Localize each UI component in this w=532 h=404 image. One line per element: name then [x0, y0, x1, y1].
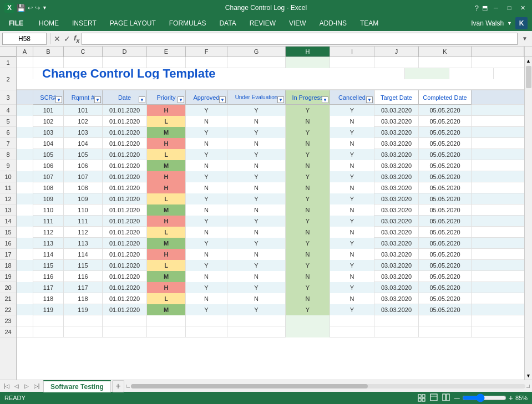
cell-cancelled-17[interactable]: N [330, 249, 374, 260]
cell-extra-16[interactable] [472, 238, 532, 249]
col-header-g[interactable]: G [227, 47, 286, 57]
cell-rqmnt-7[interactable]: 104 [64, 138, 103, 149]
cell-date-22[interactable]: 01.01.2020 [103, 304, 147, 315]
cell-approved-14[interactable]: Y [186, 216, 227, 227]
zoom-slider[interactable] [462, 393, 506, 402]
cell-under-eval-16[interactable]: Y [227, 238, 286, 249]
cell-extra-14[interactable] [472, 216, 532, 227]
cell-priority-19[interactable]: M [147, 271, 186, 282]
cell-in-progress-10[interactable]: Y [286, 171, 330, 182]
cell-priority-20[interactable]: H [147, 282, 186, 293]
cell-a16[interactable] [17, 238, 33, 249]
tab-data[interactable]: DATA [212, 17, 242, 29]
cell-reference-box[interactable] [2, 33, 47, 45]
confirm-formula-icon[interactable]: ✓ [64, 34, 70, 43]
close-button[interactable]: ✕ [518, 3, 528, 13]
cell-under-eval-22[interactable]: Y [227, 304, 286, 315]
cell-g23[interactable] [227, 315, 286, 326]
h-scroll-right[interactable] [526, 385, 530, 388]
cell-approved-20[interactable]: Y [186, 282, 227, 293]
cell-target-6[interactable]: 03.03.2020 [374, 127, 419, 138]
cell-cancelled-19[interactable]: N [330, 271, 374, 282]
cell-target-18[interactable]: 03.03.2020 [374, 260, 419, 271]
cell-date-20[interactable]: 01.01.2020 [103, 282, 147, 293]
cell-scr-20[interactable]: 117 [33, 282, 64, 293]
tab-insert[interactable]: INSERT [65, 17, 103, 29]
date-dropdown[interactable]: ▼ [139, 96, 145, 103]
cell-approved-22[interactable]: Y [186, 304, 227, 315]
cell-under-eval-10[interactable]: Y [227, 171, 286, 182]
cell-d23[interactable] [103, 315, 147, 326]
cell-approved-5[interactable]: N [186, 116, 227, 127]
cell-priority-10[interactable]: H [147, 171, 186, 182]
cell-a19[interactable] [17, 271, 33, 282]
header-date[interactable]: Date ▼ [103, 90, 147, 105]
cell-h23[interactable] [286, 315, 330, 326]
h-scroll-thumb[interactable] [131, 384, 368, 388]
cell-date-14[interactable]: 01.01.2020 [103, 216, 147, 227]
cell-approved-4[interactable]: Y [186, 105, 227, 116]
col-header-d[interactable]: D [103, 47, 147, 57]
cell-cancelled-8[interactable]: Y [330, 149, 374, 160]
cell-a12[interactable] [17, 193, 33, 204]
cell-in-progress-7[interactable]: N [286, 138, 330, 149]
cell-completed-20[interactable]: 05.05.2020 [419, 282, 472, 293]
cell-rqmnt-19[interactable]: 116 [64, 271, 103, 282]
cell-completed-4[interactable]: 05.05.2020 [419, 105, 472, 116]
cell-a23[interactable] [17, 315, 33, 326]
cell-scr-22[interactable]: 119 [33, 304, 64, 315]
cell-cancelled-16[interactable]: Y [330, 238, 374, 249]
cell-cancelled-21[interactable]: N [330, 293, 374, 304]
cell-under-eval-7[interactable]: N [227, 138, 286, 149]
header-under-eval[interactable]: Under Evaluation ▼ [227, 90, 286, 105]
cell-completed-11[interactable]: 05.05.2020 [419, 182, 472, 193]
cell-priority-22[interactable]: M [147, 304, 186, 315]
cell-a10[interactable] [17, 171, 33, 182]
cell-c23[interactable] [64, 315, 103, 326]
cell-f1[interactable] [186, 57, 227, 68]
cell-in-progress-13[interactable]: N [286, 204, 330, 216]
in-progress-dropdown[interactable]: ▼ [322, 96, 328, 103]
h-scroll-track[interactable] [131, 384, 525, 388]
tab-formulas[interactable]: FORMULAS [163, 17, 213, 29]
h-scroll-left[interactable] [126, 385, 130, 388]
cell-extra-10[interactable] [472, 171, 532, 182]
cell-extra-19[interactable] [472, 271, 532, 282]
scroll-up-arrow[interactable]: ▲ [525, 57, 532, 65]
cell-completed-19[interactable]: 05.05.2020 [419, 271, 472, 282]
tab-page-layout[interactable]: PAGE LAYOUT [103, 17, 163, 29]
tab-review[interactable]: REVIEW [243, 17, 282, 29]
cell-completed-14[interactable]: 05.05.2020 [419, 216, 472, 227]
cell-under-eval-12[interactable]: Y [227, 193, 286, 204]
priority-dropdown[interactable]: ▼ [178, 96, 184, 103]
cell-under-eval-4[interactable]: Y [227, 105, 286, 116]
page-break-view-icon[interactable] [442, 393, 450, 402]
cell-a22[interactable] [17, 304, 33, 315]
cell-priority-21[interactable]: L [147, 293, 186, 304]
cell-extra1[interactable] [472, 57, 532, 68]
cell-rqmnt-5[interactable]: 102 [64, 116, 103, 127]
cell-extra-6[interactable] [472, 127, 532, 138]
cell-rqmnt-15[interactable]: 112 [64, 227, 103, 238]
save-icon[interactable]: 💾 [17, 4, 26, 12]
cell-priority-5[interactable]: L [147, 116, 186, 127]
cell-j1[interactable] [374, 57, 419, 68]
cell-i2[interactable] [449, 68, 494, 79]
cell-scr-17[interactable]: 114 [33, 249, 64, 260]
cell-a11[interactable] [17, 182, 33, 193]
cell-rqmnt-20[interactable]: 117 [64, 282, 103, 293]
cell-c24[interactable] [64, 326, 103, 337]
cell-a8[interactable] [17, 149, 33, 160]
cell-date-9[interactable]: 01.01.2020 [103, 160, 147, 171]
cell-date-5[interactable]: 01.01.2020 [103, 116, 147, 127]
cell-extra-8[interactable] [472, 149, 532, 160]
cell-completed-12[interactable]: 05.05.2020 [419, 193, 472, 204]
cell-a2[interactable] [17, 68, 33, 79]
cell-g1[interactable] [227, 57, 286, 68]
cell-cancelled-20[interactable]: Y [330, 282, 374, 293]
cell-extra-4[interactable] [472, 105, 532, 116]
cell-date-13[interactable]: 01.01.2020 [103, 204, 147, 216]
tab-add-ins[interactable]: ADD-INS [313, 17, 353, 29]
cell-cancelled-6[interactable]: Y [330, 127, 374, 138]
cell-under-eval-6[interactable]: Y [227, 127, 286, 138]
